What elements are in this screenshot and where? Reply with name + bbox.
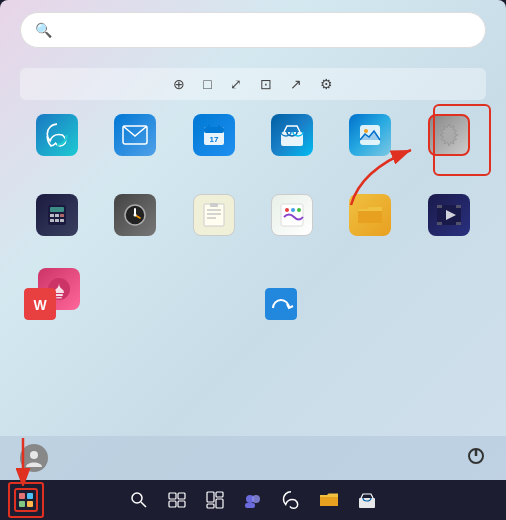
svg-point-28 (285, 208, 289, 212)
svg-point-21 (134, 214, 137, 217)
taskbar-edge[interactable] (273, 482, 309, 518)
widgets-icon (206, 491, 224, 509)
store-icon (271, 114, 313, 156)
taskbar-store[interactable] (349, 482, 385, 518)
svg-rect-61 (245, 503, 255, 508)
user-bar (0, 436, 506, 480)
gear-qa-icon[interactable]: ⚙ (320, 76, 333, 92)
app-item-notepad[interactable] (177, 188, 251, 246)
app-item-photos[interactable] (333, 108, 407, 166)
svg-rect-34 (456, 205, 461, 208)
svg-point-30 (297, 208, 301, 212)
calculator-icon (36, 194, 78, 236)
clock-icon (114, 194, 156, 236)
expand-qa-icon[interactable]: ⤢ (230, 76, 242, 92)
wps-icon: W (24, 288, 56, 320)
svg-rect-54 (178, 501, 185, 507)
mail-icon (114, 114, 156, 156)
recovery-icon (265, 288, 297, 320)
user-info[interactable] (20, 444, 56, 472)
recommended-items: W (20, 284, 486, 324)
svg-rect-36 (456, 222, 461, 225)
calendar-icon: 17 (193, 114, 235, 156)
share-qa-icon[interactable]: ↗ (290, 76, 302, 92)
chat-icon (243, 491, 263, 509)
svg-point-60 (252, 495, 260, 503)
svg-rect-58 (216, 499, 223, 508)
taskbar-widgets[interactable] (197, 482, 233, 518)
svg-rect-43 (265, 288, 297, 320)
store-taskbar-icon (358, 491, 376, 509)
rec-item-wps[interactable]: W (20, 284, 245, 324)
svg-rect-26 (210, 203, 218, 207)
taskbar-left (8, 482, 44, 518)
search-qa-icon[interactable]: ⊕ (173, 76, 185, 92)
svg-rect-17 (60, 219, 64, 222)
svg-rect-33 (437, 205, 442, 208)
taskbar (0, 480, 506, 520)
svg-rect-22 (204, 204, 224, 226)
svg-text:W: W (33, 297, 47, 313)
svg-point-8 (364, 129, 368, 133)
copy-qa-icon[interactable]: □ (203, 76, 211, 92)
recommended-header (20, 262, 486, 274)
taskbar-search-icon (130, 491, 148, 509)
app-grid: 17 (20, 108, 486, 166)
svg-rect-56 (216, 492, 223, 497)
rec-item-recovery[interactable] (261, 284, 486, 324)
app-item-calculator[interactable] (20, 188, 94, 246)
svg-rect-51 (169, 493, 176, 499)
svg-rect-12 (50, 214, 54, 217)
app-item-mail[interactable] (98, 108, 172, 166)
svg-text:17: 17 (209, 135, 218, 144)
taskbar-search[interactable] (121, 482, 157, 518)
search-bar[interactable]: 🔍 (20, 12, 486, 48)
taskbar-taskview[interactable] (159, 482, 195, 518)
more-button[interactable] (479, 262, 486, 274)
taskview-icon (168, 492, 186, 508)
svg-rect-15 (50, 219, 54, 222)
svg-rect-55 (207, 492, 214, 502)
paint-icon (271, 194, 313, 236)
quick-actions-bar: ⊕ □ ⤢ ⊡ ↗ ⚙ (20, 68, 486, 100)
folder-taskbar-icon (319, 491, 339, 509)
app-item-edge[interactable] (20, 108, 94, 166)
photos-icon (349, 114, 391, 156)
app-item-explorer[interactable] (333, 188, 407, 246)
svg-rect-35 (437, 222, 442, 225)
svg-rect-13 (55, 214, 59, 217)
svg-rect-53 (169, 501, 176, 507)
app-item-store[interactable] (255, 108, 329, 166)
taskbar-explorer[interactable] (311, 482, 347, 518)
clipboard-qa-icon[interactable]: ⊡ (260, 76, 272, 92)
notepad-icon (193, 194, 235, 236)
start-button[interactable] (8, 482, 44, 518)
power-button[interactable] (466, 446, 486, 470)
svg-rect-57 (207, 504, 214, 508)
svg-point-29 (291, 208, 295, 212)
edge-icon (36, 114, 78, 156)
taskbar-chat[interactable] (235, 482, 271, 518)
app-item-movies[interactable] (412, 188, 486, 246)
app-item-calendar[interactable]: 17 (177, 108, 251, 166)
svg-line-50 (141, 502, 146, 507)
app-item-settings[interactable] (412, 108, 486, 166)
edge-taskbar-icon (281, 490, 301, 510)
search-icon: 🔍 (35, 22, 52, 38)
app-item-paint[interactable] (255, 188, 329, 246)
svg-rect-52 (178, 493, 185, 499)
app-item-clock[interactable] (98, 188, 172, 246)
svg-rect-16 (55, 219, 59, 222)
svg-rect-62 (359, 498, 375, 508)
settings-icon (428, 114, 470, 156)
svg-rect-14 (60, 214, 64, 217)
explorer-icon (349, 194, 391, 236)
svg-rect-2 (204, 127, 224, 133)
taskbar-center (121, 482, 385, 518)
svg-point-44 (30, 451, 38, 459)
svg-rect-6 (281, 132, 303, 146)
svg-rect-11 (50, 207, 64, 212)
windows-icon (14, 488, 38, 512)
user-avatar (20, 444, 48, 472)
movies-icon (428, 194, 470, 236)
